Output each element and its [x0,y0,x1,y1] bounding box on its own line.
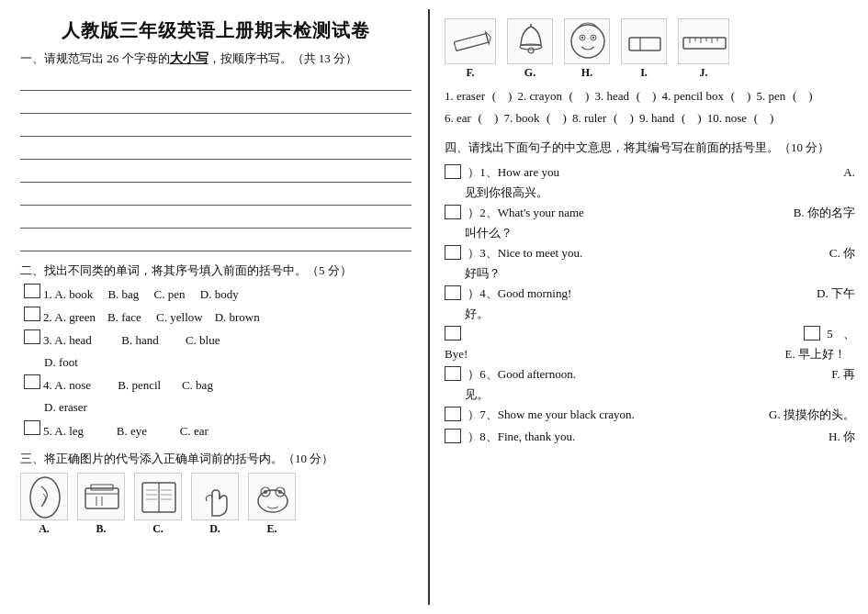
svg-rect-31 [629,38,660,50]
writing-line [20,140,411,160]
ruler-icon [678,18,729,64]
pencil-box-icon [77,473,125,520]
img-label-i: I. [640,66,648,80]
img-label-d: D. [209,522,220,536]
section1-header-text: 一、请规范写出 26 个字母的 [20,51,170,65]
sentence-row-8: ）8、Fine, thank you. H. 你 [445,427,855,447]
img-item-j: J. [678,18,729,80]
writing-line [20,94,411,114]
list-item: 1. A. book B. bag C. pen D. body [24,284,411,305]
sentence-text: ）3、Nice to meet you. [465,243,822,263]
answer-bracket: ( ) [494,89,511,104]
bye-label: Bye! [445,347,468,362]
writing-line [20,185,411,206]
svg-rect-3 [91,485,113,490]
bell-icon [507,18,553,64]
sentence-matching: ）1、How are you A. 见到你很高兴。 ）2、What's your… [445,162,855,448]
svg-point-24 [528,48,534,53]
match-item: 8. ruler ( ) [572,107,632,128]
writing-line [20,162,411,183]
answer-bracket [24,284,40,298]
sentence-text: ）7、Show me your black crayon. [465,405,761,425]
eraser-icon [621,18,667,64]
svg-point-18 [264,490,267,494]
answer-label: C. 你 [822,243,855,263]
pencil-sketch-icon [445,18,496,64]
answer-bracket [445,366,461,381]
sentence-row-2: ）2、What's your name B. 你的名字 [445,203,855,223]
answer-bracket: ( ) [479,111,496,126]
img-label-j: J. [700,66,708,80]
sentence-row-7: ）7、Show me your black crayon. G. 摸摸你的头。 [445,405,855,425]
list-item: 5. A. leg B. eye C. ear [24,420,411,441]
img-label-b: B. [96,522,106,536]
img-label-g: G. [524,66,535,80]
list-item: 2. A. green B. face C. yellow D. brown [24,307,411,328]
match-item: 6. ear ( ) [445,107,496,128]
svg-point-26 [571,25,604,58]
sentence-row-6: ）6、Good afternoon. F. 再 [445,364,855,385]
writing-line [20,71,411,91]
answer-text: 好吗？ [445,265,855,282]
img-item-d: D. [191,473,239,536]
img-label-c: C. [152,522,163,536]
answer-bracket: ( ) [683,111,700,126]
hand-icon [191,473,239,520]
sentence-text: ）8、Fine, thank you. [465,427,821,447]
match-item: 9. hand ( ) [639,107,700,128]
match-item: 7. book ( ) [503,107,565,128]
head-face-icon [564,18,610,64]
answer-bracket [24,420,40,435]
ear-icon [20,473,68,520]
bye-row: Bye! E. 早上好！ [445,346,855,363]
answer-text: 见到你很高兴。 [445,184,855,201]
section1-header2: ，按顺序书写。（共 13 分） [209,51,358,65]
answer-bracket [445,164,461,179]
img-label-a: A. [39,522,50,536]
list-item: 3. A. head B. hand C. blue [24,329,411,351]
left-column: 人教版三年级英语上册期末检测试卷 一、请规范写出 26 个字母的大小写，按顺序书… [0,9,430,605]
answer-text: 见。 [445,386,855,403]
answer-bracket [445,326,461,340]
writing-line [20,117,411,137]
section3-header: 三、将正确图片的代号添入正确单词前的括号内。（10 分） [20,451,411,467]
answer-bracket [445,205,461,219]
section1-highlight: 大小写 [170,51,209,65]
answer-bracket [445,245,461,260]
svg-point-29 [581,37,583,39]
img-item-b: B. [77,473,125,536]
img-item-e: E. [248,473,296,536]
writing-lines [20,71,411,251]
match-item: 10. nose ( ) [707,107,772,128]
answer-bracket [24,329,40,344]
right-column: F. G. [430,9,868,605]
answer-e: E. 早上好！ [785,346,855,363]
match-item: 4. pencil box ( ) [661,85,749,106]
book-icon [134,473,182,520]
list-item: 4. A. nose B. pencil C. bag [24,374,411,396]
answer-bracket: ( ) [637,89,654,104]
match-row-2: 6. ear ( ) 7. book ( ) 8. ruler ( ) 9. h… [445,107,855,128]
img-label-h: H. [581,66,592,80]
answer-label: D. 下午 [809,284,855,304]
sentence-row-1: ）1、How are you A. [445,162,855,183]
sentence-row-4: ）4、Good morning! D. 下午 [445,284,855,304]
section3-images: A. B. [20,473,411,536]
match-item: 5. pen ( ) [756,85,810,106]
match-row-1: 1. eraser ( ) 2. crayon ( ) 3. head ( ) … [445,85,855,106]
answer-bracket: ( ) [570,89,587,104]
answer-bracket [804,326,820,340]
exam-title: 人教版三年级英语上册期末检测试卷 [20,18,411,43]
match-words-grid: 1. eraser ( ) 2. crayon ( ) 3. head ( ) … [445,85,855,129]
answer-label: H. 你 [821,427,855,447]
answer-label: A. [836,162,855,183]
writing-line [20,208,411,229]
img-item-h: H. [564,18,610,80]
answer-bracket [445,407,461,421]
img-item-c: C. [134,473,182,536]
answer-label: 、 [836,324,855,344]
answer-bracket [24,374,40,389]
answer-bracket: ( ) [795,89,811,104]
match-item: 3. head ( ) [594,85,654,106]
sentence-text: ）1、How are you [465,162,836,183]
